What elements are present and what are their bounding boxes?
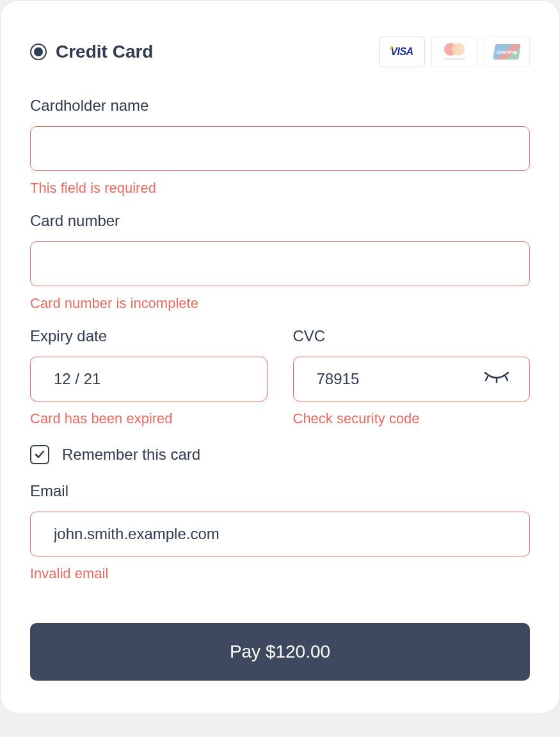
remember-checkbox[interactable] xyxy=(30,445,49,464)
mastercard-logo: mastercard xyxy=(431,36,477,67)
cardholder-field: Cardholder name This field is required xyxy=(30,97,530,197)
card-brand-logos: VISA mastercard UnionPay xyxy=(379,36,530,67)
cvc-error: Check security code xyxy=(293,410,531,427)
pay-button[interactable]: Pay $120.00 xyxy=(30,623,530,681)
email-label: Email xyxy=(30,482,530,500)
payment-method-label: Credit Card xyxy=(56,42,153,62)
expiry-label: Expiry date xyxy=(30,327,268,345)
check-icon xyxy=(34,449,45,460)
mastercard-icon: mastercard xyxy=(444,43,465,61)
cardnumber-label: Card number xyxy=(30,212,530,230)
cardnumber-field: Card number Card number is incomplete xyxy=(30,212,530,312)
email-input[interactable] xyxy=(30,512,530,556)
unionpay-logo: UnionPay xyxy=(484,36,530,67)
radio-selected[interactable] xyxy=(30,44,47,60)
cvc-input[interactable] xyxy=(293,357,531,401)
email-field: Email Invalid email xyxy=(30,482,530,582)
form-header: Credit Card VISA mastercard UnionPay xyxy=(30,36,530,67)
visa-icon: VISA xyxy=(390,46,413,58)
cardnumber-error: Card number is incomplete xyxy=(30,295,530,312)
expiry-error: Card has been expired xyxy=(30,410,268,427)
cvc-label: CVC xyxy=(293,327,531,345)
cardholder-label: Cardholder name xyxy=(30,97,530,115)
expiry-field: Expiry date Card has been expired xyxy=(30,327,268,427)
visa-logo: VISA xyxy=(379,36,425,67)
cardholder-input[interactable] xyxy=(30,126,530,171)
cardnumber-input[interactable] xyxy=(30,241,530,286)
email-error: Invalid email xyxy=(30,565,530,582)
unionpay-icon: UnionPay xyxy=(493,44,520,60)
payment-form: Credit Card VISA mastercard UnionPay xyxy=(0,0,560,713)
payment-method-select[interactable]: Credit Card xyxy=(30,42,153,62)
expiry-input[interactable] xyxy=(30,357,268,401)
radio-dot xyxy=(34,47,43,56)
remember-card-row[interactable]: Remember this card xyxy=(30,445,530,464)
remember-label: Remember this card xyxy=(62,446,200,464)
cvc-field: CVC Check security code xyxy=(293,327,531,427)
cardholder-error: This field is required xyxy=(30,180,530,197)
